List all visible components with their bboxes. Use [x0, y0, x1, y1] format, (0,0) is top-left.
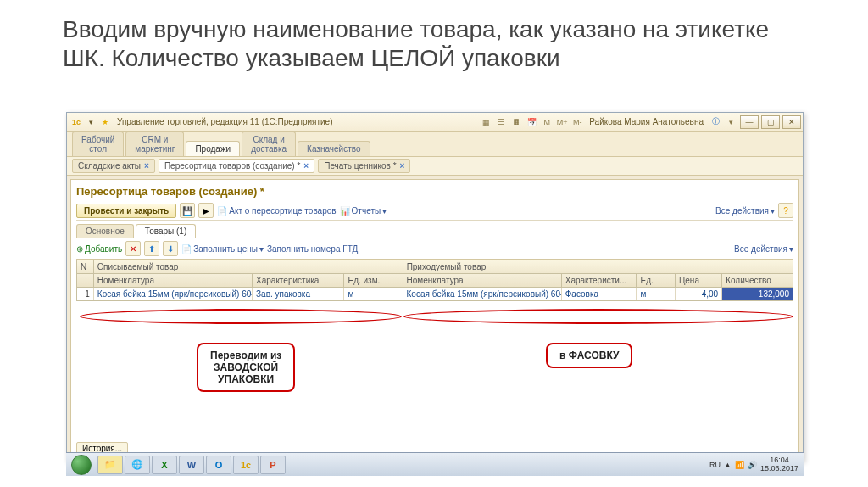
- col-price[interactable]: Цена: [676, 274, 722, 287]
- grid-header: N Списываемый товар Приходуемый товар: [77, 260, 793, 274]
- highlight-ellipse-in: [403, 309, 793, 324]
- move-down-icon[interactable]: ⬇: [163, 241, 178, 256]
- tray-flag-icon[interactable]: ▲: [724, 461, 732, 469]
- col-n[interactable]: N: [77, 260, 94, 273]
- minimize-button[interactable]: —: [740, 115, 759, 129]
- col-in-group: Приходуемый товар: [403, 260, 793, 273]
- dropdown-icon[interactable]: ▾: [85, 116, 97, 128]
- help-icon[interactable]: ?: [778, 203, 793, 218]
- nav-sales[interactable]: Продажи: [186, 141, 240, 156]
- doc-tab-warehouse-acts[interactable]: Складские акты×: [72, 159, 155, 173]
- close-tab-icon[interactable]: ×: [400, 161, 405, 171]
- cell-char-in[interactable]: Фасовка: [562, 288, 637, 300]
- section-tabs: Рабочий стол CRM и маркетинг Продажи Скл…: [67, 132, 803, 157]
- powerpoint-icon[interactable]: P: [260, 456, 286, 474]
- current-user: Райкова Мария Анатольевна: [589, 117, 704, 126]
- info-icon[interactable]: ⓘ: [709, 116, 722, 128]
- word-icon[interactable]: W: [179, 456, 204, 474]
- nav-desktop[interactable]: Рабочий стол: [72, 132, 124, 156]
- act-report-link[interactable]: 📄 Акт о пересортице товаров: [217, 206, 336, 216]
- close-tab-icon[interactable]: ×: [144, 161, 149, 171]
- nav-warehouse[interactable]: Склад и доставка: [242, 132, 296, 156]
- cell-n[interactable]: 1: [77, 288, 94, 300]
- subtab-main[interactable]: Основное: [76, 224, 134, 238]
- all-actions-link[interactable]: Все действия ▾: [715, 206, 775, 216]
- col-unit-in[interactable]: Ед.: [637, 274, 675, 287]
- col-unit-out[interactable]: Ед. изм.: [344, 274, 403, 287]
- col-out-group: Списываемый товар: [94, 260, 403, 273]
- dropdown-icon[interactable]: ▾: [724, 116, 737, 128]
- chrome-icon[interactable]: 🌐: [125, 456, 150, 474]
- start-button[interactable]: [66, 453, 97, 477]
- post-and-close-button[interactable]: Провести и закрыть: [76, 204, 176, 218]
- delete-row-icon[interactable]: ✕: [125, 241, 141, 256]
- col-characteristic-out[interactable]: Характеристика: [253, 274, 344, 287]
- close-tab-icon[interactable]: ×: [303, 161, 309, 171]
- tray-clock[interactable]: 16:04 15.06.2017: [760, 456, 798, 473]
- post-icon[interactable]: ▶: [198, 203, 214, 218]
- close-button[interactable]: ✕: [782, 115, 801, 129]
- system-tray[interactable]: RU ▲ 📶 🔊 16:04 15.06.2017: [704, 456, 804, 473]
- cell-unit-in[interactable]: м: [637, 288, 675, 300]
- grid-row[interactable]: 1 Косая бейка 15мм (ярк/персиковый) 6049…: [77, 288, 793, 300]
- col-quantity[interactable]: Количество: [722, 274, 793, 287]
- toolbar-icon[interactable]: ☰: [494, 116, 508, 128]
- star-icon[interactable]: ★: [99, 116, 111, 128]
- windows-taskbar: 📁 🌐 X W O 1с P RU ▲ 📶 🔊 16:04 15.06.2017: [66, 452, 804, 476]
- cell-nom-out[interactable]: Косая бейка 15мм (ярк/персиковый) 6049: [94, 288, 253, 300]
- maximize-button[interactable]: ▢: [761, 115, 780, 129]
- cell-char-out[interactable]: Зав. упаковка: [253, 288, 344, 300]
- grid-subheader: Номенклатура Характеристика Ед. изм. Ном…: [77, 274, 793, 288]
- highlight-ellipse-out: [80, 309, 402, 324]
- callout-to-fasovka: в ФАСОВКУ: [546, 343, 632, 368]
- subtab-goods[interactable]: Товары (1): [136, 224, 196, 238]
- cell-price[interactable]: 4,00: [676, 288, 722, 300]
- reports-link[interactable]: 📊 Отчеты ▾: [340, 206, 387, 216]
- outlook-icon[interactable]: O: [206, 456, 231, 474]
- calendar-icon[interactable]: 📅: [525, 116, 538, 128]
- nav-treasury[interactable]: Казначейство: [298, 141, 370, 156]
- grid-toolbar: ⊕ Добавить ✕ ⬆ ⬇ 📄 Заполнить цены ▾ Запо…: [76, 238, 793, 260]
- nav-crm[interactable]: CRM и маркетинг: [125, 132, 184, 156]
- m-icon[interactable]: М: [540, 116, 554, 128]
- toolbar-icon[interactable]: ▦: [479, 116, 492, 128]
- callout-from-factory: Переводим из ЗАВОДСКОЙ УПАКОВКИ: [197, 343, 295, 392]
- document-form: Пересортица товаров (создание) * Провест…: [70, 179, 799, 459]
- doc-tab-peresortica[interactable]: Пересортица товаров (создание) *×: [159, 159, 314, 173]
- goods-grid[interactable]: N Списываемый товар Приходуемый товар Но…: [76, 260, 793, 301]
- form-title: Пересортица товаров (создание) *: [76, 183, 793, 201]
- form-subtabs: Основное Товары (1): [76, 224, 793, 238]
- command-bar: Провести и закрыть 💾 ▶ 📄 Акт о пересорти…: [76, 201, 793, 221]
- excel-icon[interactable]: X: [152, 456, 177, 474]
- col-characteristic-in[interactable]: Характеристи...: [562, 274, 637, 287]
- cell-nom-in[interactable]: Косая бейка 15мм (ярк/персиковый) 6049: [403, 288, 562, 300]
- explorer-icon[interactable]: 📁: [97, 456, 123, 474]
- fill-prices-link[interactable]: 📄 Заполнить цены ▾: [181, 244, 264, 254]
- cell-quantity[interactable]: 132,000: [722, 288, 793, 300]
- app-window: 1с ▾ ★ Управление торговлей, редакция 11…: [66, 112, 804, 462]
- fill-gtd-link[interactable]: Заполнить номера ГТД: [267, 244, 358, 254]
- cell-unit-out[interactable]: м: [344, 288, 403, 300]
- col-nomenclature-in[interactable]: Номенклатура: [403, 274, 562, 287]
- save-icon[interactable]: 💾: [180, 203, 195, 218]
- all-actions-link[interactable]: Все действия ▾: [734, 244, 793, 254]
- document-tabs: Складские акты× Пересортица товаров (соз…: [67, 157, 803, 176]
- lang-indicator[interactable]: RU: [709, 461, 721, 469]
- window-titlebar: 1с ▾ ★ Управление торговлей, редакция 11…: [67, 113, 803, 132]
- move-up-icon[interactable]: ⬆: [144, 241, 159, 256]
- tray-network-icon[interactable]: 📶: [735, 461, 744, 469]
- doc-tab-print-prices[interactable]: Печать ценников *×: [318, 159, 410, 173]
- calculator-icon[interactable]: 🖩: [509, 116, 523, 128]
- app-1c-icon[interactable]: 1с: [233, 456, 259, 474]
- app-logo-1c-icon: 1с: [70, 116, 82, 128]
- col-nomenclature-out[interactable]: Номенклатура: [94, 274, 253, 287]
- add-row-button[interactable]: ⊕ Добавить: [76, 244, 122, 254]
- tray-sound-icon[interactable]: 🔊: [748, 461, 757, 469]
- m-plus-icon[interactable]: М+: [555, 116, 569, 128]
- slide-title: Вводим вручную наименование товара, как …: [0, 0, 868, 77]
- m-minus-icon[interactable]: М-: [570, 116, 584, 128]
- window-title: Управление торговлей, редакция 11 (1С:Пр…: [117, 117, 333, 126]
